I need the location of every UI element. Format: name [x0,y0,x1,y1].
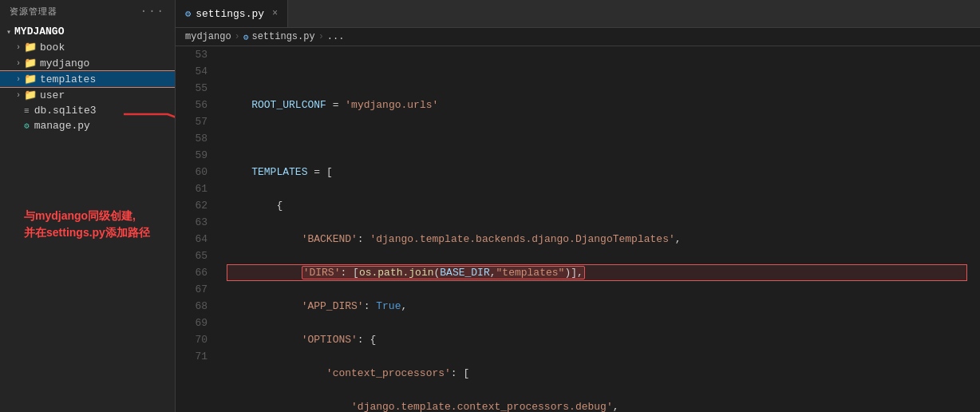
ln-69: 69 [182,315,207,331]
ln-53: 53 [182,46,207,63]
annotation-line2: 并在settings.py添加路径 [24,224,150,241]
breadcrumb-settings: settings.py [251,31,314,42]
line-numbers: 53 54 55 56 57 58 59 60 61 62 63 64 65 6… [176,46,214,412]
ln-58: 58 [182,130,207,147]
code-line-56: TEMPLATES = [ [227,164,967,180]
ln-71: 71 [182,348,207,365]
code-line-58: 'BACKEND': 'django.template.backends.dja… [227,231,967,248]
ln-60: 60 [182,164,207,180]
breadcrumb-ellipsis: ... [327,31,345,42]
ln-65: 65 [182,248,207,264]
ln-59: 59 [182,147,207,164]
breadcrumb-file-icon: ⚙ [243,32,249,42]
code-line-60: 'APP_DIRS': True, [227,298,967,315]
tree-label-db: db.sqlite3 [34,105,97,117]
code-line-63: 'django.template.context_processors.debu… [227,398,967,412]
tree-item-book[interactable]: › 📁 book [0,39,175,55]
ln-66: 66 [182,264,207,281]
breadcrumb-sep2: › [318,31,324,42]
breadcrumb-mydjango: mydjango [185,31,231,42]
ln-64: 64 [182,231,207,248]
sidebar: 资源管理器 ··· ▾ MYDJANGO › 📁 book › 📁 mydjan… [0,0,176,412]
sidebar-menu-button[interactable]: ··· [140,5,165,18]
tree-item-db[interactable]: › ≡ db.sqlite3 [0,103,175,118]
ln-70: 70 [182,331,207,348]
tab-close-button[interactable]: × [272,8,278,19]
code-line-62: 'context_processors': [ [227,365,967,382]
code-editor[interactable]: 53 54 55 56 57 58 59 60 61 62 63 64 65 6… [176,46,980,412]
tree-item-user[interactable]: › 📁 user [0,87,175,103]
breadcrumb-sep1: › [235,31,240,42]
annotation-text: 与mydjango同级创建, 并在settings.py添加路径 [24,208,150,241]
tree-label-templates: templates [40,73,96,85]
tree-label-user: user [40,89,65,101]
editor-area: ⚙ settings.py × mydjango › ⚙ settings.py… [176,0,980,412]
tree-label-mydjango: mydjango [40,57,89,69]
ln-55: 55 [182,80,207,97]
code-line-57: { [227,197,967,214]
tree-item-mydjango[interactable]: › 📁 mydjango [0,55,175,71]
folder-icon-mydjango: 📁 [24,57,37,69]
tree-arrow-templates: › [16,75,21,84]
tree-root-mydjango[interactable]: ▾ MYDJANGO [0,24,175,39]
ln-54: 54 [182,63,207,80]
folder-icon-book: 📁 [24,41,37,53]
sidebar-header: 资源管理器 ··· [0,0,175,22]
folder-icon-user: 📁 [24,89,37,101]
ln-63: 63 [182,214,207,231]
py-icon: ⚙ [24,121,30,131]
annotation-line1: 与mydjango同级创建, [24,208,150,224]
tabs-bar: ⚙ settings.py × [176,0,980,28]
sidebar-title: 资源管理器 [10,6,57,18]
tree-arrow-book: › [16,43,21,52]
code-line-53 [227,63,967,80]
folder-icon-templates: 📁 [24,73,37,85]
tree-arrow-root: ▾ [6,27,11,37]
ln-68: 68 [182,298,207,315]
ln-67: 67 [182,281,207,298]
tree-arrow-user: › [16,91,21,100]
code-line-61: 'OPTIONS': { [227,331,967,348]
ln-56: 56 [182,97,207,113]
ln-57: 57 [182,113,207,130]
breadcrumb: mydjango › ⚙ settings.py › ... [176,28,980,46]
tree-root-label: MYDJANGO [14,26,64,38]
tree-item-templates[interactable]: › 📁 templates [0,71,175,87]
tab-settings-py[interactable]: ⚙ settings.py × [176,0,288,27]
code-line-59: 'DIRS': [os.path.join(BASE_DIR,"template… [227,264,967,281]
ln-62: 62 [182,197,207,214]
code-line-55 [227,130,967,147]
code-line-54: ROOT_URLCONF = 'mydjango.urls' [227,97,967,113]
tab-label: settings.py [196,8,264,20]
db-icon: ≡ [24,106,30,116]
tab-file-icon: ⚙ [185,8,191,20]
tree-item-manage[interactable]: › ⚙ manage.py [0,118,175,133]
tree-label-book: book [40,42,65,53]
ln-61: 61 [182,180,207,197]
code-content: ROOT_URLCONF = 'mydjango.urls' TEMPLATES… [214,46,980,412]
tree-arrow-mydjango: › [16,59,21,68]
tree-label-manage: manage.py [34,120,90,132]
